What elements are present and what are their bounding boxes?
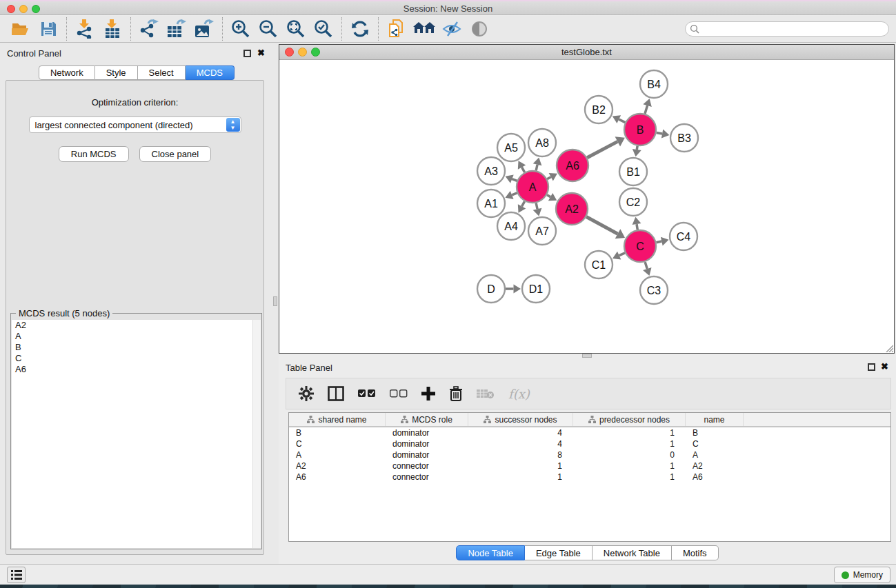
edge-C-C1[interactable]: [619, 253, 625, 256]
edge-A-A8[interactable]: [536, 165, 537, 171]
unselect-all-button[interactable]: [390, 389, 408, 398]
export-network-button[interactable]: [135, 17, 163, 41]
table-cell[interactable]: 8: [468, 449, 573, 460]
home-button[interactable]: [410, 17, 438, 41]
table-cell[interactable]: 0: [573, 449, 686, 460]
tab-network[interactable]: Network: [39, 65, 95, 80]
table-cell[interactable]: C: [686, 438, 744, 449]
close-panel-button[interactable]: Close panel: [139, 146, 212, 162]
table-cell[interactable]: dominator: [386, 427, 468, 438]
table-cell[interactable]: 1: [573, 472, 686, 483]
table-cell[interactable]: connector: [386, 472, 468, 483]
column-header-shared-name[interactable]: shared name: [289, 413, 386, 426]
network-canvas[interactable]: AA1A2A3A4A5A6A7A8BB1B2B3B4CC1C2C3C4DD1: [279, 61, 894, 353]
edge-C-C3[interactable]: [645, 262, 647, 269]
table-row[interactable]: Bdominator41B: [289, 427, 890, 438]
node-table[interactable]: shared nameMCDS rolesuccessor nodesprede…: [288, 412, 891, 542]
select-all-button[interactable]: [358, 389, 376, 398]
table-cell[interactable]: A6: [686, 472, 744, 483]
edge-A6-B[interactable]: [587, 141, 617, 157]
horizontal-splitter[interactable]: [279, 354, 896, 358]
table-cell[interactable]: 1: [468, 460, 573, 472]
table-cell[interactable]: A: [289, 449, 386, 460]
table-cell[interactable]: A2: [289, 460, 386, 472]
export-table-button[interactable]: [163, 17, 190, 41]
edge-A-A5[interactable]: [522, 168, 525, 172]
network-graph[interactable]: AA1A2A3A4A5A6A7A8BB1B2B3B4CC1C2C3C4DD1: [279, 61, 894, 354]
zoom-in-button[interactable]: [227, 17, 255, 41]
column-header-predecessor-nodes[interactable]: predecessor nodes: [573, 413, 686, 426]
edge-A-A3[interactable]: [512, 179, 517, 181]
table-cell[interactable]: A: [686, 449, 744, 460]
edge-B-B3[interactable]: [657, 132, 662, 134]
table-row[interactable]: A2connector11A2: [289, 460, 890, 472]
close-panel-icon[interactable]: ✖: [257, 49, 265, 57]
table-cell[interactable]: B: [686, 427, 744, 438]
result-scrollbar[interactable]: [252, 320, 261, 548]
refresh-button[interactable]: [346, 17, 374, 41]
table-row[interactable]: Cdominator41C: [289, 438, 890, 449]
table-tab-edge-table[interactable]: Edge Table: [525, 545, 593, 560]
edge-B-B2[interactable]: [619, 119, 625, 122]
import-table-button[interactable]: [99, 17, 126, 41]
run-mcds-button[interactable]: Run MCDS: [59, 146, 129, 162]
add-column-button[interactable]: [421, 387, 435, 401]
edge-A-A2[interactable]: [547, 195, 550, 197]
clone-network-button[interactable]: [383, 17, 410, 41]
open-session-button[interactable]: [7, 17, 34, 41]
table-cell[interactable]: 1: [573, 460, 686, 472]
table-tab-motifs[interactable]: Motifs: [672, 545, 719, 560]
vertical-splitter[interactable]: [273, 43, 279, 564]
table-cell[interactable]: dominator: [386, 438, 468, 449]
save-session-button[interactable]: [34, 17, 62, 41]
edge-A-A1[interactable]: [512, 193, 517, 195]
float-panel-icon[interactable]: [868, 363, 875, 371]
edge-C-C4[interactable]: [656, 241, 661, 243]
column-view-button[interactable]: [328, 386, 344, 401]
resize-grip-icon[interactable]: [884, 343, 893, 352]
table-cell[interactable]: 4: [468, 438, 573, 449]
splitter-handle[interactable]: [273, 296, 277, 306]
delete-column-button[interactable]: [449, 386, 463, 401]
splitter-handle[interactable]: [582, 354, 592, 358]
tab-mcds[interactable]: MCDS: [186, 65, 235, 80]
result-item[interactable]: A: [12, 331, 261, 342]
gear-button[interactable]: [299, 386, 314, 401]
search-field[interactable]: [685, 21, 889, 37]
criterion-dropdown[interactable]: largest connected component (directed) ▲…: [29, 116, 241, 133]
result-item[interactable]: C: [12, 353, 261, 364]
zoom-out-button[interactable]: [255, 17, 282, 41]
table-cell[interactable]: A6: [289, 472, 386, 483]
import-network-button[interactable]: [71, 17, 99, 41]
edge-A2-C[interactable]: [586, 216, 617, 234]
mcds-result-list[interactable]: A2ABCA6: [12, 320, 261, 548]
edge-A-A6[interactable]: [547, 177, 551, 179]
table-cell[interactable]: 1: [573, 427, 686, 438]
table-cell[interactable]: A2: [686, 460, 744, 472]
hide-selected-button[interactable]: [438, 17, 466, 41]
tab-style[interactable]: Style: [95, 65, 138, 80]
table-row[interactable]: Adominator80A: [289, 449, 890, 460]
search-input[interactable]: [699, 23, 888, 35]
column-header-successor-nodes[interactable]: successor nodes: [468, 413, 573, 426]
table-tab-node-table[interactable]: Node Table: [456, 545, 525, 560]
edge-B-B4[interactable]: [645, 105, 648, 114]
network-window-titlebar[interactable]: testGlobe.txt: [279, 45, 894, 60]
table-cell[interactable]: 1: [573, 438, 686, 449]
edge-A-A7[interactable]: [536, 203, 537, 209]
zoom-selected-button[interactable]: [310, 17, 337, 41]
table-cell[interactable]: connector: [386, 460, 468, 472]
edge-A-A4[interactable]: [522, 201, 525, 206]
table-cell[interactable]: 4: [468, 427, 573, 438]
result-item[interactable]: A6: [12, 364, 261, 375]
edge-C-C2[interactable]: [637, 224, 637, 230]
result-item[interactable]: A2: [12, 320, 261, 331]
memory-button[interactable]: Memory: [834, 567, 890, 583]
column-header-name[interactable]: name: [686, 413, 744, 426]
table-tab-network-table[interactable]: Network Table: [593, 545, 672, 560]
table-row[interactable]: A6connector11A6: [289, 472, 890, 483]
edge-B-B1[interactable]: [637, 146, 637, 150]
table-cell[interactable]: dominator: [386, 449, 468, 460]
function-builder-button[interactable]: f(x): [508, 387, 530, 401]
export-image-button[interactable]: [190, 17, 218, 41]
